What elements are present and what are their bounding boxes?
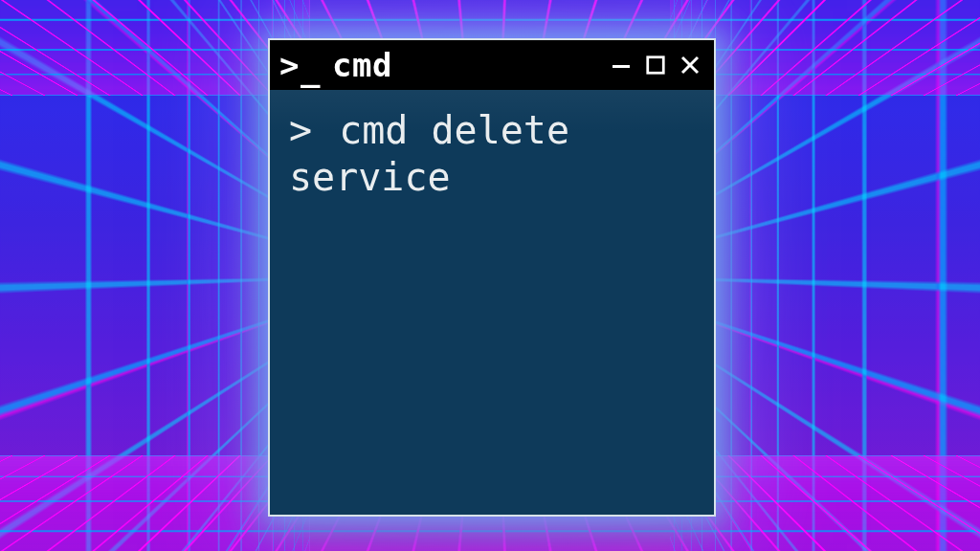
window-title: cmd — [332, 46, 392, 84]
close-icon — [679, 54, 702, 77]
command-text: cmd delete service — [289, 108, 592, 199]
prompt-symbol: > — [289, 108, 312, 152]
svg-rect-1 — [648, 57, 664, 74]
maximize-button[interactable] — [643, 53, 668, 77]
prompt-underscore-icon: _ — [301, 53, 321, 85]
svg-rect-0 — [612, 65, 630, 68]
minimize-button[interactable] — [609, 53, 634, 77]
prompt-caret-icon: > — [279, 49, 300, 81]
terminal-body[interactable]: > cmd delete service — [270, 90, 714, 515]
window-controls — [609, 53, 702, 77]
maximize-icon — [645, 55, 666, 76]
terminal-window: > _ cmd — [268, 38, 716, 517]
titlebar[interactable]: > _ cmd — [270, 40, 714, 90]
prompt-icon: > _ — [279, 49, 321, 81]
minimize-icon — [610, 54, 633, 77]
close-button[interactable] — [678, 53, 702, 77]
cyber-background: > _ cmd — [0, 0, 980, 551]
